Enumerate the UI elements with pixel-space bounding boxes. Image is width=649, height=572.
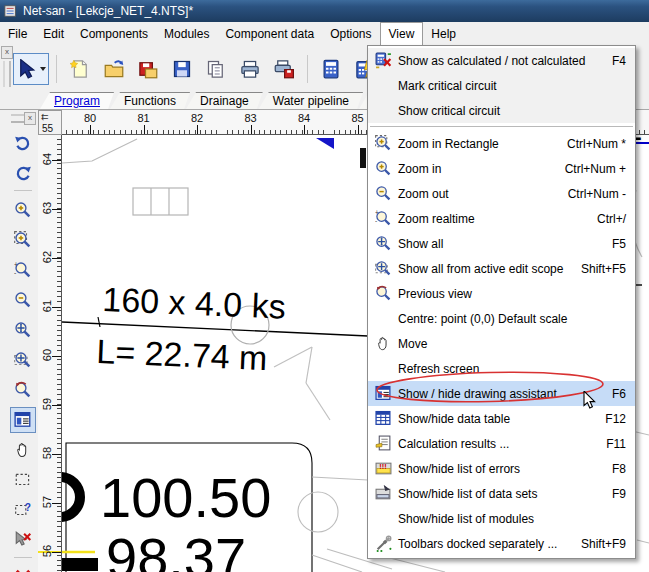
v-ruler-tick <box>52 552 61 553</box>
redo-button[interactable] <box>10 160 36 186</box>
previous-view-button[interactable] <box>10 377 36 403</box>
elevation-bottom-value: 98.37 <box>106 526 246 572</box>
menu-item-label: Toolbars docked separately ... <box>398 537 573 551</box>
data-table-icon <box>368 410 398 427</box>
tab-functions[interactable]: Functions <box>110 92 190 109</box>
undo-button[interactable] <box>10 130 36 156</box>
app-window: Net-san - [Lekcje_NET_4.NTS]* FileEditCo… <box>0 0 649 572</box>
zoom-in-button[interactable] <box>10 197 36 223</box>
menubar-item-components[interactable]: Components <box>72 22 156 45</box>
toolbar-grip[interactable] <box>3 61 11 87</box>
select-tool-button[interactable] <box>13 53 49 85</box>
menu-item-show-all[interactable]: Show allF5 <box>368 231 635 256</box>
show-all-scope-icon <box>368 260 398 277</box>
v-ruler-tick <box>52 307 61 308</box>
menubar-item-options[interactable]: Options <box>322 22 379 45</box>
drawing-assistant-button[interactable] <box>10 407 36 433</box>
tab-water-pipeline[interactable]: Water pipeline <box>259 92 363 109</box>
ruler-corner-value: 55 <box>42 123 53 134</box>
tab-program[interactable]: Program <box>40 92 114 109</box>
menu-item-centre-point-0-0-default-scale[interactable]: Centre: point (0,0) Default scale <box>368 306 635 331</box>
save-as-button[interactable] <box>132 53 164 85</box>
list-errors-icon: !!! <box>368 460 398 477</box>
save-button[interactable] <box>166 53 198 85</box>
menu-item-show-critical-circuit[interactable]: Show critical circuit <box>368 98 635 123</box>
show-all-scope-button[interactable] <box>10 347 36 373</box>
menubar-item-edit[interactable]: Edit <box>35 22 72 45</box>
menubar-item-modules[interactable]: Modules <box>156 22 217 45</box>
menu-item-show-hide-data-table[interactable]: Show/hide data tableF12 <box>368 406 635 431</box>
menu-item-zoom-in[interactable]: Zoom inCtrl+Num + <box>368 156 635 181</box>
menu-item-move[interactable]: Move <box>368 331 635 356</box>
zoom-out-button[interactable] <box>10 287 36 313</box>
save-icon <box>172 59 192 79</box>
terrain-line <box>62 139 137 163</box>
delete-button[interactable] <box>10 564 36 572</box>
arrow-tool-icon <box>17 59 37 79</box>
open-button[interactable] <box>98 53 130 85</box>
toolbar-separator <box>307 55 308 83</box>
menu-item-shortcut: Ctrl+Num - <box>560 187 635 201</box>
h-ruler-label: 82 <box>191 112 203 124</box>
deselect-button[interactable] <box>10 527 36 553</box>
menu-item-show-hide-list-of-errors[interactable]: !!!Show/hide list of errorsF8 <box>368 456 635 481</box>
h-ruler-tick <box>358 125 359 134</box>
menu-item-zoom-realtime[interactable]: +-Zoom realtimeCtrl+/ <box>368 206 635 231</box>
menu-item-zoom-in-rectangle[interactable]: Zoom in RectangleCtrl+Num * <box>368 131 635 156</box>
toolbar-close-icon[interactable]: x <box>1 46 13 59</box>
menu-item-mark-critical-circuit[interactable]: Mark critical circuit <box>368 73 635 98</box>
menu-item-shortcut: Ctrl+/ <box>589 212 635 226</box>
symbol-fragment <box>62 558 98 571</box>
left-toolbar-header: x <box>8 110 38 128</box>
menu-item-shortcut: F11 <box>598 437 635 451</box>
menu-item-refresh-screen[interactable]: Refresh screen <box>368 356 635 381</box>
menu-item-calculation-results[interactable]: Calculation results ...F11 <box>368 431 635 456</box>
list-datasets-icon <box>368 485 398 502</box>
menu-item-label: Show as calculated / not calculated <box>398 54 604 68</box>
menu-item-label: Zoom in <box>398 162 557 176</box>
left-toolbar-close-icon[interactable]: x <box>24 112 36 125</box>
h-ruler-tick <box>304 125 305 134</box>
show-all-button[interactable] <box>10 317 36 343</box>
menubar-item-file[interactable]: File <box>0 22 35 45</box>
pipe-dimension-label: 160 x 4.0 ks <box>102 280 287 326</box>
menu-item-show-hide-list-of-modules[interactable]: Show/hide list of modules <box>368 506 635 531</box>
h-ruler-tick <box>144 125 145 134</box>
tab-drainage[interactable]: Drainage <box>186 92 263 109</box>
select-rectangle-button[interactable] <box>10 467 36 493</box>
calculate-button[interactable] <box>315 53 347 85</box>
zoom-realtime-icon: +- <box>368 210 398 227</box>
menu-item-toolbars-docked-separately[interactable]: Toolbars docked separately ...Shift+F9 <box>368 531 635 556</box>
left-toolbar: x +-? <box>8 110 39 572</box>
toolbar-separator <box>56 55 57 83</box>
menu-item-show-all-from-active-edit-scope[interactable]: Show all from active edit scopeShift+F5 <box>368 256 635 281</box>
dropdown-caret-icon[interactable] <box>40 67 46 71</box>
h-ruler-tick <box>90 125 91 134</box>
menu-item-show-hide-list-of-data-sets[interactable]: Show/hide list of data setsF9 <box>368 481 635 506</box>
print-button[interactable] <box>234 53 266 85</box>
menu-bar: FileEditComponentsModulesComponent dataO… <box>0 22 649 46</box>
previous-view-icon <box>368 285 398 302</box>
menubar-item-view[interactable]: View <box>380 22 424 45</box>
print-to-file-button[interactable] <box>268 53 300 85</box>
menubar-item-help[interactable]: Help <box>423 22 464 45</box>
v-ruler-tick <box>52 356 61 357</box>
left-toolbar-grip[interactable] <box>11 114 25 123</box>
menu-item-label: Show/hide list of errors <box>398 462 604 476</box>
move-button[interactable] <box>10 437 36 463</box>
menubar-item-component-data[interactable]: Component data <box>217 22 322 45</box>
menu-item-zoom-out[interactable]: Zoom outCtrl+Num - <box>368 181 635 206</box>
menu-item-show-hide-drawing-assistant[interactable]: Show / hide drawing assistantF6 <box>368 381 635 406</box>
zoom-realtime-button[interactable]: +- <box>10 257 36 283</box>
select-rect-q-icon: ? <box>14 501 32 519</box>
new-button[interactable] <box>64 53 96 85</box>
menu-item-show-as-calculated-not-calculated[interactable]: Show as calculated / not calculatedF4 <box>368 48 635 73</box>
menu-item-shortcut: F6 <box>604 387 635 401</box>
select-query-button[interactable]: ? <box>10 497 36 523</box>
copy-icon <box>206 59 226 79</box>
menu-item-previous-view[interactable]: Previous view <box>368 281 635 306</box>
drawing-assistant-icon <box>14 411 32 429</box>
copy-button[interactable] <box>200 53 232 85</box>
zoom-rectangle-button[interactable] <box>10 227 36 253</box>
print-red-icon <box>274 59 294 79</box>
